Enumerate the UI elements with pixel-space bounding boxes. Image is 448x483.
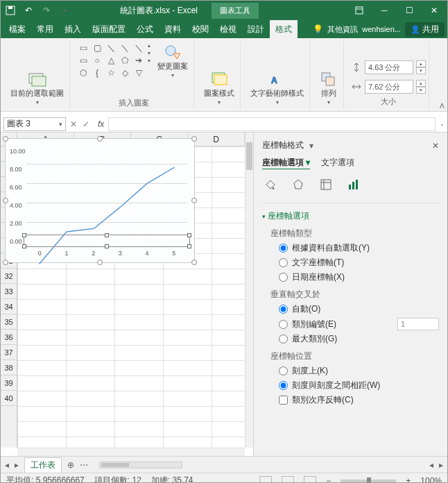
tab-format[interactable]: 格式 <box>270 20 298 38</box>
tab-review[interactable]: 校閱 <box>187 20 214 38</box>
format-axis-pane: 座標軸格式 ▾ ✕ 座標軸選項 ▾ 文字選項 座標軸選項 座標軸類型 根據資料自… <box>253 133 447 456</box>
svg-rect-15 <box>352 182 354 189</box>
gallery-down-icon[interactable]: ▾ <box>148 50 150 56</box>
gallery-more-icon[interactable]: ▾ <box>148 58 150 64</box>
change-shape-button[interactable]: 變更圖案 ▾ <box>155 42 191 80</box>
svg-rect-1 <box>8 6 12 9</box>
wordart-styles-button[interactable]: A 文字藝術師樣式 ▾ <box>248 69 307 107</box>
x-axis-selection[interactable] <box>24 235 190 247</box>
normal-view-icon[interactable] <box>259 476 272 484</box>
svg-text:A: A <box>271 76 277 85</box>
status-bar: 平均值: 5.956666667 項目個數: 12 加總: 35.74 − + … <box>1 473 447 483</box>
spin-up-icon[interactable]: ▴ <box>416 80 426 87</box>
height-icon <box>351 62 362 73</box>
category-number-input[interactable] <box>397 318 439 330</box>
sheet-tab-bar: ◂ ▸ 工作表 ⊕ ⋯ ◂▸ <box>1 456 447 473</box>
check-reverse-order[interactable]: 類別次序反轉(C) <box>279 394 439 406</box>
tab-file[interactable]: 檔案 <box>3 20 31 38</box>
axis-options-tab[interactable]: 座標軸選項 ▾ <box>262 157 310 169</box>
tab-data[interactable]: 資料 <box>159 20 187 38</box>
arrange-button[interactable]: 排列 ▾ <box>317 69 341 107</box>
size-props-icon[interactable] <box>318 176 334 193</box>
formula-bar[interactable] <box>108 117 436 131</box>
radio-on-tick[interactable]: 刻度上(K) <box>279 365 439 377</box>
height-input[interactable] <box>365 60 413 74</box>
fx-icon[interactable]: fx <box>98 119 104 129</box>
contextual-tab-label: 圖表工具 <box>212 3 259 19</box>
sheet-tab[interactable]: 工作表 <box>24 457 62 473</box>
current-selection-button[interactable]: 目前的選取範圍 ▾ <box>8 69 67 107</box>
vertical-scrollbar[interactable] <box>245 133 253 448</box>
width-icon <box>351 81 362 92</box>
svg-rect-16 <box>356 180 358 189</box>
collapse-ribbon-icon[interactable]: ᐱ <box>440 102 445 110</box>
fill-icon[interactable] <box>262 176 279 193</box>
tab-design[interactable]: 設計 <box>242 20 270 38</box>
ribbon-options-icon[interactable] <box>347 3 371 18</box>
radio-cross-max[interactable]: 最大類別(G) <box>279 333 439 345</box>
pane-close-icon[interactable]: ✕ <box>432 141 439 151</box>
tab-next-icon[interactable]: ▸ <box>15 460 19 470</box>
shape-styles-button[interactable]: 圖案樣式 ▾ <box>201 69 237 107</box>
shape-gallery[interactable]: ▭▢＼＼＼ ▭○△⬠➔ ⬡{☆◇▽ <box>77 42 145 78</box>
tab-insert[interactable]: 插入 <box>59 20 87 38</box>
zoom-in-icon[interactable]: + <box>406 476 411 484</box>
share-button[interactable]: 👤 共用 <box>405 22 445 37</box>
tab-formulas[interactable]: 公式 <box>131 20 159 38</box>
effects-icon[interactable] <box>290 176 307 193</box>
svg-rect-14 <box>349 185 351 189</box>
minimize-icon[interactable]: ─ <box>372 3 396 18</box>
radio-auto-select[interactable]: 根據資料自動選取(Y) <box>279 242 439 254</box>
chart-line-series[interactable] <box>26 151 187 312</box>
text-options-tab[interactable]: 文字選項 <box>321 157 354 169</box>
zoom-slider[interactable] <box>341 480 396 482</box>
name-box[interactable]: 圖表 3▾ <box>3 117 66 131</box>
tell-me[interactable]: 其他資訊 <box>327 24 358 35</box>
worksheet[interactable]: ABCD 2425262728293031323334353637383940 … <box>1 133 253 456</box>
embedded-chart[interactable]: 10.00 8.00 6.00 4.00 2.00 0.00 012345 <box>5 138 195 263</box>
svg-rect-2 <box>356 7 363 14</box>
radio-date-axis[interactable]: 日期座標軸(X) <box>279 271 439 283</box>
radio-cross-auto[interactable]: 自動(O) <box>279 303 439 315</box>
svg-rect-11 <box>326 77 334 85</box>
qat-dropdown-icon[interactable]: ▾ <box>56 3 73 18</box>
ribbon: 目前的選取範圍 ▾ ▭▢＼＼＼ ▭○△⬠➔ ⬡{☆◇▽ ▴ ▾ ▾ 變更圖案 ▾… <box>1 38 447 112</box>
svg-marker-6 <box>173 53 180 59</box>
tab-prev-icon[interactable]: ◂ <box>5 460 9 470</box>
radio-text-axis[interactable]: 文字座標軸(T) <box>279 257 439 269</box>
user-name[interactable]: wenhsien... <box>362 25 401 33</box>
spin-down-icon[interactable]: ▾ <box>416 67 426 74</box>
tab-home[interactable]: 常用 <box>31 20 59 38</box>
width-input[interactable] <box>365 80 413 94</box>
save-icon[interactable] <box>2 3 19 18</box>
horizontal-scrollbar-bottom[interactable] <box>99 461 182 468</box>
zoom-level[interactable]: 100% <box>420 476 442 484</box>
zoom-out-icon[interactable]: − <box>326 476 331 484</box>
chart-plot-area[interactable] <box>26 151 187 242</box>
window-title: 統計圖表.xlsx - Excel <box>120 5 198 17</box>
formula-bar-row: 圖表 3▾ ✕ ✓ fx ⌄ <box>1 116 447 133</box>
redo-icon[interactable]: ↷ <box>38 3 55 18</box>
page-break-icon[interactable] <box>304 476 316 484</box>
new-sheet-icon[interactable]: ⊕ <box>67 460 74 470</box>
axis-icon[interactable] <box>345 176 362 193</box>
spin-down-icon[interactable]: ▾ <box>416 87 426 94</box>
maximize-icon[interactable]: ☐ <box>397 3 421 18</box>
undo-icon[interactable]: ↶ <box>20 3 37 18</box>
tab-view[interactable]: 檢視 <box>214 20 242 38</box>
axis-options-section[interactable]: 座標軸選項 <box>262 210 439 222</box>
svg-rect-13 <box>321 180 331 189</box>
enter-icon[interactable]: ✓ <box>83 119 89 129</box>
expand-formula-icon[interactable]: ⌄ <box>440 121 445 127</box>
radio-between-tick[interactable]: 刻度與刻度之間相距(W) <box>279 380 439 391</box>
horizontal-scrollbar[interactable] <box>17 448 245 456</box>
page-layout-icon[interactable] <box>282 476 294 484</box>
x-axis-labels: 012345 <box>26 250 187 257</box>
gallery-up-icon[interactable]: ▴ <box>148 42 150 49</box>
tab-layout[interactable]: 版面配置 <box>87 20 131 38</box>
radio-cross-category[interactable]: 類別編號(E) <box>279 318 439 330</box>
svg-marker-12 <box>294 180 302 189</box>
close-icon[interactable]: ✕ <box>422 3 446 18</box>
spin-up-icon[interactable]: ▴ <box>416 60 426 67</box>
cancel-icon[interactable]: ✕ <box>70 119 77 129</box>
